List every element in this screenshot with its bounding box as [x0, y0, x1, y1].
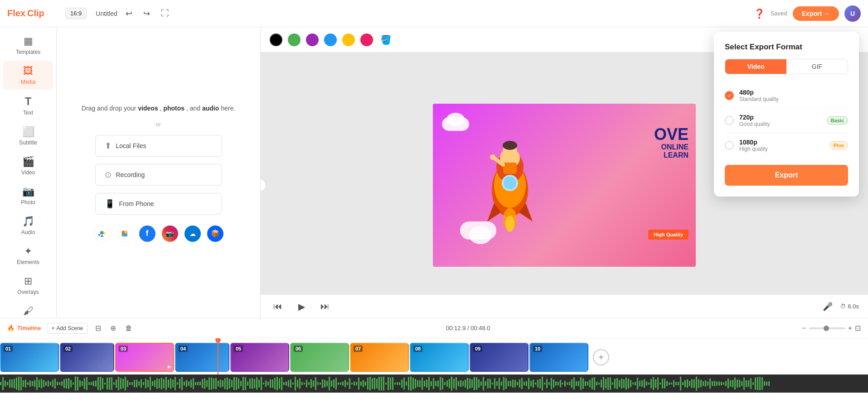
- tab-video[interactable]: Video: [725, 59, 786, 74]
- google-photos-icon[interactable]: [116, 226, 133, 242]
- svg-rect-276: [580, 377, 582, 390]
- modal-export-button[interactable]: Export: [725, 165, 848, 186]
- svg-rect-359: [768, 381, 770, 386]
- fullscreen-button[interactable]: ⛶: [158, 6, 172, 21]
- sidebar-item-overlays[interactable]: ⊞ Overlays: [3, 271, 53, 300]
- saved-status: Saved: [771, 10, 787, 17]
- sidebar-item-subtitle[interactable]: ⬜ Subtitle: [3, 121, 53, 150]
- quality-label-720p: 720p: [739, 114, 821, 121]
- table-row[interactable]: 08: [410, 343, 469, 372]
- zoom-slider[interactable]: [809, 327, 845, 329]
- color-yellow[interactable]: [342, 34, 355, 46]
- color-purple[interactable]: [306, 34, 319, 46]
- add-scene-button[interactable]: + Add Scene: [47, 323, 88, 334]
- tab-gif[interactable]: GIF: [786, 59, 848, 74]
- sidebar-item-video[interactable]: 🎬 Video: [3, 151, 53, 180]
- svg-rect-338: [721, 382, 722, 385]
- svg-rect-58: [86, 377, 87, 390]
- sidebar-item-media[interactable]: 🖼 Media: [3, 61, 53, 90]
- sidebar-item-text[interactable]: T Text: [3, 91, 53, 120]
- svg-rect-96: [172, 379, 174, 388]
- fill-tool-icon[interactable]: 🪣: [380, 34, 392, 45]
- play-button[interactable]: ▶: [293, 298, 310, 315]
- sidebar-item-bkground[interactable]: 🖌 BKground: [3, 301, 53, 318]
- from-phone-button[interactable]: 📱 From Phone: [95, 193, 222, 215]
- color-pink[interactable]: [360, 34, 373, 46]
- delete-button[interactable]: 🗑: [123, 322, 134, 334]
- split-button[interactable]: ⊟: [93, 322, 103, 334]
- svg-rect-275: [578, 381, 579, 386]
- table-row[interactable]: 01: [0, 343, 59, 372]
- elements-icon: ✦: [24, 245, 32, 257]
- or-text: or: [156, 121, 161, 128]
- color-green[interactable]: [288, 34, 301, 46]
- undo-button[interactable]: ↩: [123, 6, 135, 21]
- facebook-icon[interactable]: f: [139, 226, 155, 242]
- svg-rect-86: [150, 377, 151, 390]
- skip-back-button[interactable]: ⏮: [270, 298, 286, 315]
- color-blue[interactable]: [324, 34, 337, 46]
- svg-rect-119: [224, 378, 226, 389]
- svg-rect-331: [705, 380, 706, 387]
- sidebar-item-templates[interactable]: ▦ Templates: [3, 31, 53, 60]
- recording-button[interactable]: ⊙ Recording: [95, 164, 222, 186]
- svg-rect-109: [202, 379, 203, 388]
- media-icon: 🖼: [23, 65, 33, 77]
- media-panel: Drag and drop your videos , photos , and…: [57, 27, 261, 318]
- sidebar: ▦ Templates 🖼 Media T Text ⬜ Subtitle 🎬 …: [0, 27, 57, 318]
- table-row[interactable]: 05: [230, 343, 289, 372]
- svg-rect-183: [369, 377, 371, 390]
- help-button[interactable]: ❓: [754, 8, 765, 19]
- svg-rect-280: [589, 379, 591, 387]
- svg-rect-46: [59, 382, 60, 385]
- table-row[interactable]: 07: [350, 343, 409, 372]
- canvas-main-text-ove: OVE: [654, 126, 689, 143]
- quality-option-480p[interactable]: 480p Standard quality: [725, 83, 848, 108]
- onedrive-icon[interactable]: ☁: [184, 226, 201, 242]
- svg-rect-225: [465, 379, 466, 388]
- svg-rect-322: [684, 380, 686, 387]
- svg-rect-71: [116, 379, 117, 388]
- clip-3-play-icon: ▶: [168, 364, 171, 369]
- table-row[interactable]: 06: [290, 343, 349, 372]
- quality-option-720p[interactable]: 720p Good quality Basic: [725, 108, 848, 133]
- svg-rect-337: [718, 381, 720, 385]
- color-black[interactable]: [270, 34, 282, 46]
- svg-rect-84: [145, 379, 146, 389]
- svg-rect-65: [102, 378, 103, 389]
- sidebar-item-audio[interactable]: 🎵 Audio: [3, 211, 53, 240]
- instagram-icon[interactable]: 📷: [162, 226, 178, 242]
- dropbox-icon[interactable]: 📦: [207, 226, 223, 242]
- svg-rect-326: [693, 379, 695, 388]
- audio-waveform: // Generate waveform bars: [0, 375, 868, 393]
- table-row[interactable]: 10: [529, 343, 588, 372]
- table-row[interactable]: 03 ▶: [115, 343, 174, 372]
- avatar[interactable]: U: [844, 5, 861, 22]
- local-files-button[interactable]: ⬆ Local Files: [95, 135, 222, 157]
- sidebar-item-elements[interactable]: ✦ Elements: [3, 241, 53, 270]
- skip-forward-button[interactable]: ⏭: [317, 298, 333, 315]
- zoom-in-button[interactable]: +: [848, 324, 852, 332]
- duplicate-button[interactable]: ⊕: [108, 322, 118, 334]
- zoom-out-button[interactable]: −: [802, 324, 806, 332]
- svg-rect-262: [548, 382, 550, 385]
- svg-rect-48: [63, 379, 65, 388]
- collapse-panel-button[interactable]: ‹: [261, 179, 266, 192]
- aspect-ratio-button[interactable]: 16:9: [65, 8, 87, 19]
- add-clip-button[interactable]: +: [593, 349, 609, 365]
- sidebar-item-photo[interactable]: 📷 Photo: [3, 181, 53, 210]
- table-row[interactable]: 02: [60, 343, 114, 372]
- svg-rect-111: [206, 380, 208, 387]
- google-drive-icon[interactable]: [94, 226, 110, 242]
- svg-rect-269: [564, 380, 566, 386]
- table-row[interactable]: 09: [470, 343, 529, 372]
- table-row[interactable]: 04: [175, 343, 229, 372]
- export-button[interactable]: Export →: [793, 6, 839, 21]
- fit-button[interactable]: ⊡: [855, 324, 861, 332]
- quality-option-1080p[interactable]: 1080p High quality Plus: [725, 133, 848, 158]
- from-phone-label: From Phone: [119, 200, 154, 207]
- svg-rect-278: [585, 381, 586, 386]
- svg-rect-44: [54, 379, 56, 389]
- redo-button[interactable]: ↪: [141, 6, 153, 21]
- svg-rect-340: [725, 381, 727, 386]
